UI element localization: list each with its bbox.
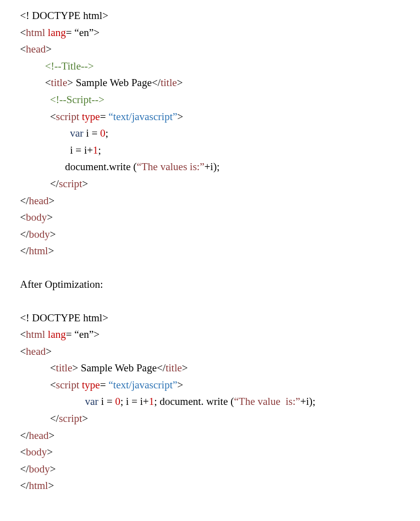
code-line: <html lang= “en”> [20, 326, 420, 343]
text: </ [20, 245, 29, 257]
text: ; [98, 144, 101, 156]
code-line: var i = 0; [20, 125, 420, 142]
text: > [48, 479, 54, 491]
string: “text/javascript” [108, 111, 178, 123]
string: “text/javascript” [108, 379, 178, 391]
code-line: <script type= “text/javascript”> [20, 109, 420, 126]
separator-label: After Optimization: [20, 276, 420, 293]
text: < [20, 211, 26, 223]
text: = “en” [66, 328, 94, 340]
spacer [20, 293, 420, 310]
tag: script [56, 379, 82, 391]
code-line: <!--Title--> [20, 58, 420, 75]
code-line: var i = 0; i = i+1; document. write (“Th… [20, 393, 420, 410]
string: “The values is:” [136, 161, 204, 173]
text: = [100, 111, 108, 123]
text: = [100, 379, 108, 391]
text: +i); [300, 395, 316, 407]
code-line: </script> [20, 410, 420, 427]
code-line: <head> [20, 41, 420, 58]
tag: script [59, 412, 82, 424]
tag: title [56, 362, 72, 374]
code-line: document.write (“The values is:”+i); [20, 159, 420, 176]
code-line: <! DOCTYPE html> [20, 310, 420, 327]
text: ; [106, 127, 108, 139]
text: < [20, 328, 26, 340]
spacer [20, 260, 420, 276]
tag: head [26, 43, 46, 55]
tag: head [26, 345, 46, 357]
text: <! DOCTYPE html> [20, 312, 108, 324]
text: After Optimization: [20, 278, 103, 290]
text: i = [86, 127, 100, 139]
code-line: <title> Sample Web Page</title> [20, 75, 420, 92]
text: < [50, 362, 56, 374]
text: </ [20, 228, 29, 240]
tag: html [26, 328, 48, 340]
tag: title [51, 77, 68, 89]
tag: html [26, 27, 48, 39]
text: </ [50, 178, 59, 190]
code-line: <! DOCTYPE html> [20, 8, 420, 25]
tag: html [29, 479, 48, 491]
attr: type [82, 379, 100, 391]
text: <! DOCTYPE html> [20, 10, 108, 22]
code-line: </body> [20, 461, 420, 478]
text: > [48, 429, 54, 441]
code-line: <head> [20, 343, 420, 360]
text: i = i+ [70, 144, 93, 156]
text: > [48, 195, 54, 207]
code-line: </html> [20, 243, 420, 260]
text: > [178, 379, 184, 391]
text: > [94, 328, 100, 340]
tag: title [160, 77, 177, 89]
tag: script [56, 111, 82, 123]
text: > Sample Web Page</ [72, 362, 166, 374]
text: > Sample Web Page</ [68, 77, 161, 89]
code-line: </script> [20, 176, 420, 193]
text: +i); [204, 161, 220, 173]
text: > [182, 362, 188, 374]
text: > [50, 228, 56, 240]
text: > [94, 27, 100, 39]
text: </ [20, 195, 29, 207]
number: 0 [100, 127, 106, 139]
text: i = [101, 395, 115, 407]
keyword: var [70, 127, 86, 139]
tag: html [29, 245, 48, 257]
code-line: </body> [20, 226, 420, 243]
comment: <!--Script--> [50, 94, 104, 106]
text: > [47, 446, 53, 458]
text: < [50, 379, 56, 391]
code-line: <script type= “text/javascript”> [20, 377, 420, 394]
number: 1 [149, 395, 154, 407]
tag: body [26, 211, 47, 223]
code-line: <!--Script--> [20, 92, 420, 109]
code-line: i = i+1; [20, 142, 420, 159]
string: “The value is:” [234, 395, 300, 407]
text: > [82, 412, 88, 424]
text: ; document. write ( [154, 395, 234, 407]
text: </ [20, 429, 29, 441]
text: < [20, 446, 26, 458]
text: </ [20, 479, 29, 491]
text: < [20, 27, 26, 39]
attr: type [82, 111, 100, 123]
tag: title [166, 362, 182, 374]
code-line: </head> [20, 193, 420, 210]
text: < [50, 111, 56, 123]
code-line: <body> [20, 209, 420, 226]
keyword: var [85, 395, 101, 407]
comment: <!--Title--> [45, 60, 94, 72]
text: </ [20, 463, 29, 475]
code-line: <body> [20, 444, 420, 461]
code-line: <title> Sample Web Page</title> [20, 360, 420, 377]
number: 1 [93, 144, 98, 156]
text: > [46, 345, 52, 357]
text: > [48, 245, 54, 257]
code-line: </head> [20, 427, 420, 444]
text: > [47, 211, 53, 223]
text: = “en” [66, 27, 94, 39]
text: > [178, 111, 184, 123]
text: > [82, 178, 88, 190]
